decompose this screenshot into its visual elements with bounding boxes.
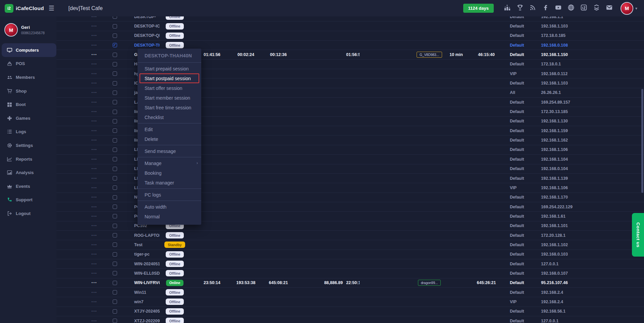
sidebar-item-games[interactable]: Games <box>0 111 56 125</box>
row-actions-button[interactable]: ••• <box>56 119 107 123</box>
row-actions-button[interactable]: ••• <box>56 72 107 75</box>
chevron-down-icon[interactable]: ▾ <box>635 6 637 11</box>
row-actions-button[interactable]: ••• <box>56 281 107 284</box>
table-row[interactable]: ••• WIN-LIVFRVQFMKO Online 23:50:14 193:… <box>56 278 644 288</box>
menu-item-start-prepaid-session[interactable]: Start prepaid session <box>138 64 201 73</box>
menu-item-manage[interactable]: Manage› <box>138 158 201 168</box>
row-actions-button[interactable]: ••• <box>56 215 107 218</box>
row-actions-button[interactable]: ••• <box>56 300 107 304</box>
table-row[interactable]: ••• Win11 Offline Default 192.168.2.4 <box>56 288 644 297</box>
row-actions-button[interactable]: ••• <box>56 243 107 247</box>
menu-item-auto-width[interactable]: Auto width <box>138 202 201 212</box>
row-checkbox[interactable] <box>113 24 117 29</box>
row-checkbox[interactable] <box>113 252 117 257</box>
row-actions-button[interactable]: ••• <box>56 44 107 47</box>
computer-name[interactable]: DESKTOP- <box>123 16 160 19</box>
row-actions-button[interactable]: ••• <box>56 82 107 85</box>
row-actions-button[interactable]: ••• <box>56 319 107 323</box>
row-checkbox[interactable] <box>113 34 117 38</box>
menu-item-delete[interactable]: Delete <box>138 134 201 144</box>
row-actions-button[interactable]: ••• <box>56 148 107 151</box>
table-row[interactable]: ••• DESKTOP- Offline Default 192.168.1.1 <box>56 16 644 21</box>
sidebar-item-computers[interactable]: Computers <box>2 43 56 57</box>
menu-item-start-member-session[interactable]: Start member session <box>138 93 201 103</box>
table-row[interactable]: ••• XTJY-20240517IL Offline Default 192.… <box>56 307 644 316</box>
row-checkbox[interactable] <box>113 43 117 47</box>
icafe-icon[interactable] <box>580 4 587 11</box>
table-row[interactable]: ••• tiger-pc Offline Default 192.168.0.1… <box>56 250 644 259</box>
sidebar-user[interactable]: M Geri 008612345678 <box>0 16 56 41</box>
row-actions-button[interactable]: ••• <box>56 262 107 266</box>
row-checkbox[interactable] <box>113 157 117 161</box>
row-actions-button[interactable]: ••• <box>56 196 107 199</box>
sidebar-item-events[interactable]: Events <box>0 179 56 193</box>
row-actions-button[interactable]: ••• <box>56 234 107 237</box>
row-checkbox[interactable] <box>113 176 117 180</box>
table-row[interactable]: ••• WIN-ELL0SDH1U5S Offline Default 192.… <box>56 269 644 278</box>
row-checkbox[interactable] <box>113 185 117 190</box>
menu-item-pc-logs[interactable]: PC logs <box>138 190 201 200</box>
row-checkbox[interactable] <box>113 290 117 294</box>
globe-icon[interactable] <box>568 4 575 11</box>
row-checkbox[interactable] <box>113 319 117 323</box>
computer-name[interactable]: WIN-ELL0SDH1U5S <box>123 271 160 276</box>
row-actions-button[interactable]: ••• <box>56 16 107 18</box>
rss-icon[interactable] <box>529 4 536 11</box>
computer-name[interactable]: WIN-20240516VIZ <box>123 262 160 266</box>
row-checkbox[interactable] <box>113 243 117 247</box>
row-actions-button[interactable]: ••• <box>56 224 107 227</box>
row-actions-button[interactable]: ••• <box>56 139 107 142</box>
row-checkbox[interactable] <box>113 71 117 76</box>
computer-name[interactable]: DESKTOP-QK8O6OT <box>123 33 160 38</box>
table-row[interactable]: ••• ROG-LAPTOP Offline Default 172.20.12… <box>56 231 644 240</box>
trophy-icon[interactable] <box>517 4 524 11</box>
row-checkbox[interactable] <box>113 195 117 200</box>
sidebar-item-members[interactable]: Members <box>0 70 56 84</box>
computer-name[interactable]: ROG-LAPTOP <box>123 233 160 238</box>
table-row[interactable]: ••• win7 Offline VIP 192.168.2.4 <box>56 297 644 307</box>
sidebar-item-reports[interactable]: Reports <box>0 152 56 166</box>
table-row[interactable]: ••• XTZJ-20220925JU Offline Default 127.… <box>56 316 644 323</box>
mail-icon[interactable] <box>606 4 613 11</box>
row-actions-button[interactable]: ••• <box>56 91 107 94</box>
table-row[interactable]: ••• DESKTOP-ICC-CLIENT Offline Default 1… <box>56 21 644 31</box>
ranking-icon[interactable] <box>504 4 511 11</box>
computer-name[interactable]: DESKTOP-THAH40N <box>123 43 160 48</box>
row-checkbox[interactable] <box>113 214 117 218</box>
row-actions-button[interactable]: ••• <box>56 158 107 161</box>
row-checkbox[interactable] <box>113 233 117 237</box>
table-row[interactable]: ••• WIN-20240516VIZ Offline Default 127.… <box>56 259 644 269</box>
row-checkbox[interactable] <box>113 148 117 152</box>
row-checkbox[interactable] <box>113 138 117 143</box>
row-checkbox[interactable] <box>113 271 117 275</box>
row-actions-button[interactable]: ••• <box>56 129 107 132</box>
row-checkbox[interactable] <box>113 110 117 114</box>
row-actions-button[interactable]: ••• <box>56 167 107 170</box>
row-checkbox[interactable] <box>113 128 117 133</box>
row-checkbox[interactable] <box>113 224 117 228</box>
sidebar-item-support[interactable]: Support <box>0 193 56 207</box>
row-checkbox[interactable] <box>113 205 117 209</box>
contact-us-button[interactable]: Contact us <box>632 213 644 257</box>
row-checkbox[interactable] <box>113 119 117 123</box>
menu-item-start-offer-session[interactable]: Start offer session <box>138 83 201 93</box>
computer-name[interactable]: win7 <box>123 300 160 304</box>
row-checkbox[interactable] <box>113 262 117 266</box>
row-checkbox[interactable] <box>113 81 117 86</box>
sidebar-item-logs[interactable]: Logs <box>0 125 56 139</box>
table-row[interactable]: ••• DESKTOP-QK8O6OT Offline Default 172.… <box>56 31 644 41</box>
computer-name[interactable]: Win11 <box>123 290 160 295</box>
row-actions-button[interactable]: ••• <box>56 53 107 56</box>
row-checkbox[interactable] <box>113 53 117 57</box>
row-actions-button[interactable]: ••• <box>56 310 107 313</box>
menu-item-normal[interactable]: Normal <box>138 212 201 221</box>
computer-name[interactable]: WIN-LIVFRVQFMKO <box>123 280 160 285</box>
row-checkbox[interactable] <box>113 300 117 304</box>
user-avatar[interactable]: M <box>621 2 633 15</box>
hamburger-menu-icon[interactable]: ☰ <box>49 5 54 11</box>
row-actions-button[interactable]: ••• <box>56 101 107 104</box>
sidebar-item-settings[interactable]: Settings <box>0 139 56 152</box>
youtube-icon[interactable] <box>555 4 562 11</box>
computer-name[interactable]: XTZJ-20220925JU <box>123 319 160 323</box>
menu-item-booking[interactable]: Booking <box>138 168 201 178</box>
